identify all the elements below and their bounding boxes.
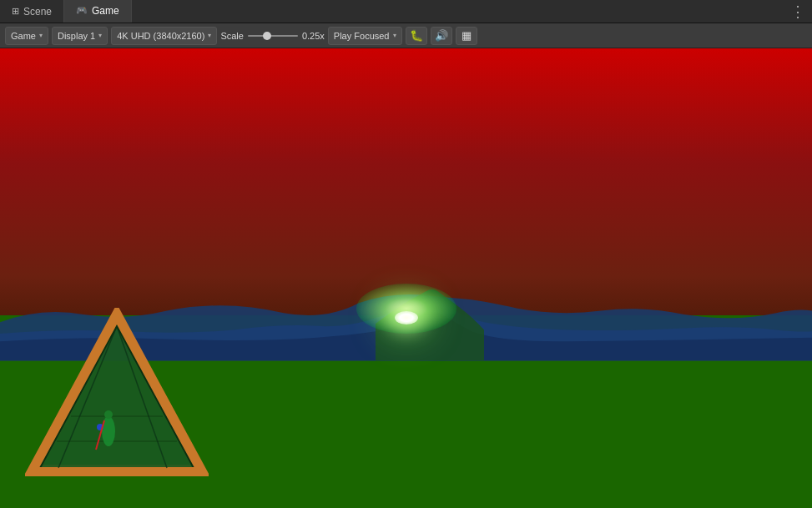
tab-bar-right: ⋮ <box>790 3 812 21</box>
grid-icon: ▦ <box>461 29 472 42</box>
more-options-icon[interactable]: ⋮ <box>790 3 805 20</box>
scale-slider[interactable] <box>248 35 298 37</box>
scale-label: Scale <box>220 31 244 41</box>
tab-bar: ⊞ Scene 🎮 Game ⋮ <box>0 0 812 23</box>
tab-game[interactable]: 🎮 Game <box>64 0 132 23</box>
resolution-dropdown-label: 4K UHD (3840x2160) <box>117 31 204 41</box>
game-dropdown[interactable]: Game ▾ <box>5 27 48 45</box>
scale-dot <box>263 32 271 40</box>
game-tab-icon: 🎮 <box>76 5 88 16</box>
game-dropdown-label: Game <box>11 31 36 41</box>
toolbar: Game ▾ Display 1 ▾ 4K UHD (3840x2160) ▾ … <box>0 23 812 48</box>
sound-icon: 🔊 <box>435 29 448 42</box>
game-dropdown-arrow: ▾ <box>39 32 43 39</box>
svg-point-10 <box>104 410 113 419</box>
scene-tab-icon: ⊞ <box>12 6 19 17</box>
minimap-object <box>25 308 192 475</box>
play-focused-arrow: ▾ <box>393 32 396 39</box>
resolution-dropdown-arrow: ▾ <box>208 32 211 39</box>
resolution-dropdown[interactable]: 4K UHD (3840x2160) ▾ <box>111 27 217 45</box>
grid-button[interactable]: ▦ <box>456 27 477 45</box>
svg-marker-1 <box>40 326 194 468</box>
tab-scene[interactable]: ⊞ Scene <box>0 0 64 23</box>
play-focused-label: Play Focused <box>334 31 390 41</box>
bug-icon: 🐛 <box>410 29 423 42</box>
sun-core <box>395 311 418 324</box>
scale-value: 0.25x <box>302 31 325 41</box>
game-viewport[interactable] <box>0 48 812 508</box>
display-dropdown-label: Display 1 <box>58 31 95 41</box>
bug-button[interactable]: 🐛 <box>406 27 427 45</box>
tab-scene-label: Scene <box>23 6 52 18</box>
scale-control: Scale 0.25x <box>220 31 324 41</box>
tab-game-label: Game <box>92 5 119 17</box>
sound-button[interactable]: 🔊 <box>431 27 452 45</box>
display-dropdown-arrow: ▾ <box>98 32 102 39</box>
sun-glow <box>356 284 456 334</box>
play-focused-dropdown[interactable]: Play Focused ▾ <box>328 27 402 45</box>
display-dropdown[interactable]: Display 1 ▾ <box>52 27 108 45</box>
